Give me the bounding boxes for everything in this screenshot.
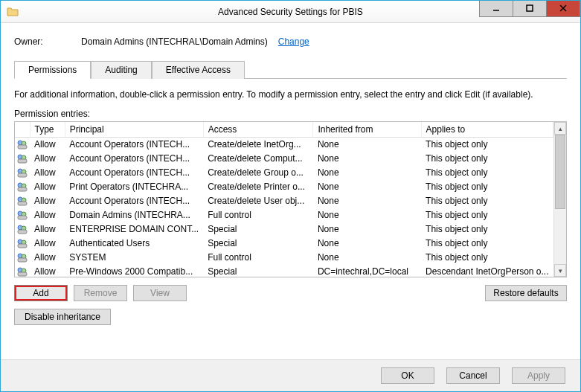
ok-button[interactable]: OK	[381, 367, 434, 384]
group-icon	[16, 209, 28, 221]
table-row[interactable]: AllowPre-Windows 2000 Compatib...Special…	[15, 265, 553, 277]
row-icon	[15, 265, 30, 277]
cell-type: Allow	[30, 251, 65, 265]
group-icon	[16, 181, 28, 193]
svg-rect-9	[18, 159, 27, 163]
row-icon	[15, 208, 30, 222]
cell-principal: Account Operators (INTECH...	[65, 138, 203, 152]
table-row[interactable]: AllowDomain Admins (INTECHRA...Full cont…	[15, 208, 553, 222]
cell-type: Allow	[30, 138, 65, 152]
svg-rect-18	[18, 202, 27, 205]
svg-rect-30	[18, 258, 27, 262]
group-icon	[16, 152, 28, 164]
disable-inheritance-button[interactable]: Disable inheritance	[14, 309, 111, 325]
col-header-icon[interactable]	[15, 122, 30, 138]
cell-type: Allow	[30, 222, 65, 237]
table-row[interactable]: AllowAccount Operators (INTECH...Create/…	[15, 166, 553, 180]
owner-label: Owner:	[14, 36, 81, 47]
cell-applies: This object only	[421, 152, 553, 166]
cell-inherited: DC=intechral,DC=local	[313, 265, 421, 277]
cell-access: Special	[203, 265, 313, 277]
table-header-row[interactable]: Type Principal Access Inherited from App…	[15, 122, 553, 138]
cell-principal: Account Operators (INTECH...	[65, 152, 203, 166]
cell-applies: This object only	[421, 180, 553, 194]
view-button[interactable]: View	[133, 285, 187, 301]
tab-bar: Permissions Auditing Effective Access	[14, 60, 567, 79]
cell-principal: Account Operators (INTECH...	[65, 194, 203, 208]
row-icon	[15, 152, 30, 166]
col-header-access[interactable]: Access	[203, 122, 313, 138]
cell-applies: This object only	[421, 251, 553, 265]
cell-access: Special	[203, 222, 313, 237]
cell-access: Create/delete Printer o...	[203, 180, 313, 194]
table-row[interactable]: AllowAccount Operators (INTECH...Create/…	[15, 138, 553, 152]
vertical-scrollbar[interactable]: ▴ ▾	[553, 122, 566, 277]
close-button[interactable]	[546, 1, 580, 17]
cell-access: Create/delete Group o...	[203, 166, 313, 180]
tab-effective-access[interactable]: Effective Access	[152, 61, 245, 79]
scroll-track[interactable]	[554, 135, 566, 264]
cell-applies: Descendant InetOrgPerson o...	[421, 265, 553, 277]
group-icon	[16, 138, 28, 150]
col-header-principal[interactable]: Principal	[65, 122, 203, 138]
cell-type: Allow	[30, 166, 65, 180]
svg-rect-1	[527, 5, 533, 11]
permissions-table[interactable]: Type Principal Access Inherited from App…	[15, 122, 553, 277]
cell-type: Allow	[30, 208, 65, 222]
cell-principal: Pre-Windows 2000 Compatib...	[65, 265, 203, 277]
cell-inherited: None	[313, 208, 421, 222]
group-icon	[16, 251, 28, 263]
maximize-button[interactable]	[513, 1, 547, 17]
svg-rect-24	[18, 230, 27, 234]
cell-applies: This object only	[421, 208, 553, 222]
tab-auditing[interactable]: Auditing	[91, 61, 151, 79]
table-row[interactable]: AllowPrint Operators (INTECHRA...Create/…	[15, 180, 553, 194]
cell-inherited: None	[313, 222, 421, 237]
table-row[interactable]: AllowAccount Operators (INTECH...Create/…	[15, 194, 553, 208]
window-controls	[480, 1, 580, 17]
change-owner-link[interactable]: Change	[278, 36, 309, 47]
remove-button[interactable]: Remove	[74, 285, 127, 301]
cell-applies: This object only	[421, 194, 553, 208]
tab-permissions[interactable]: Permissions	[14, 61, 91, 79]
cell-inherited: None	[313, 138, 421, 152]
group-icon	[16, 237, 28, 249]
apply-button[interactable]: Apply	[512, 367, 565, 384]
entry-buttons-row: Add Remove View Restore defaults	[14, 285, 567, 301]
col-header-inherited[interactable]: Inherited from	[313, 122, 421, 138]
cancel-button[interactable]: Cancel	[446, 367, 500, 384]
add-button[interactable]: Add	[14, 285, 68, 301]
cell-inherited: None	[313, 194, 421, 208]
cell-inherited: None	[313, 251, 421, 265]
svg-rect-6	[18, 145, 27, 149]
group-icon	[16, 223, 28, 235]
row-icon	[15, 180, 30, 194]
table-row[interactable]: AllowENTERPRISE DOMAIN CONT...SpecialNon…	[15, 222, 553, 237]
owner-row: Owner: Domain Admins (INTECHRAL\Domain A…	[14, 36, 567, 47]
cell-applies: This object only	[421, 138, 553, 152]
svg-rect-12	[18, 173, 27, 177]
owner-value: Domain Admins (INTECHRAL\Domain Admins)	[81, 36, 268, 47]
col-header-type[interactable]: Type	[30, 122, 65, 138]
table-row[interactable]: AllowAccount Operators (INTECH...Create/…	[15, 152, 553, 166]
svg-rect-21	[18, 216, 27, 219]
scroll-thumb[interactable]	[555, 135, 565, 209]
cell-access: Full control	[203, 208, 313, 222]
col-header-applies[interactable]: Applies to	[421, 122, 553, 138]
table-row[interactable]: AllowAuthenticated UsersSpecialNoneThis …	[15, 237, 553, 251]
cell-principal: Domain Admins (INTECHRA...	[65, 208, 203, 222]
cell-access: Create/delete Comput...	[203, 152, 313, 166]
cell-type: Allow	[30, 265, 65, 277]
svg-rect-15	[18, 187, 27, 191]
table-row[interactable]: AllowSYSTEMFull controlNoneThis object o…	[15, 251, 553, 265]
group-icon	[16, 167, 28, 179]
scroll-down-button[interactable]: ▾	[554, 264, 566, 277]
scroll-up-button[interactable]: ▴	[554, 122, 566, 135]
row-icon	[15, 194, 30, 208]
cell-principal: Account Operators (INTECH...	[65, 166, 203, 180]
restore-defaults-button[interactable]: Restore defaults	[485, 285, 567, 301]
cell-type: Allow	[30, 180, 65, 194]
cell-principal: ENTERPRISE DOMAIN CONT...	[65, 222, 203, 237]
minimize-button[interactable]	[479, 1, 513, 17]
cell-principal: Print Operators (INTECHRA...	[65, 180, 203, 194]
